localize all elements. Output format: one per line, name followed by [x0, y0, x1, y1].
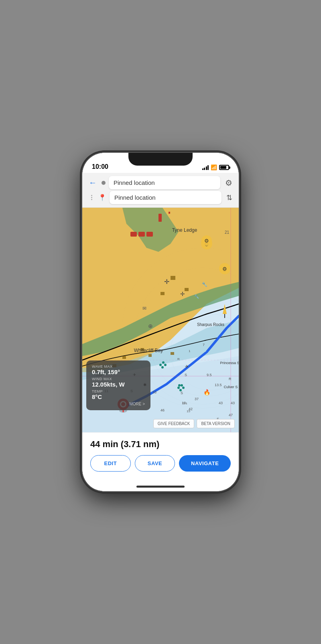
wave-label: WAVE MAX	[92, 365, 145, 369]
map-area[interactable]: ✛ ✛ ✉ ✈ ⊕	[82, 208, 239, 432]
nav-row-top: ← Pinned location ⚙	[87, 176, 234, 189]
phone-screen: 10:00 📶 ← Pinned location	[82, 153, 239, 491]
origin-search-box[interactable]: Pinned location	[109, 176, 220, 189]
destination-label: Pinned location	[114, 194, 156, 201]
svg-text:✛: ✛	[180, 291, 185, 297]
svg-point-44	[177, 387, 180, 389]
svg-text:47: 47	[229, 413, 233, 417]
wind-label: WIND MAX	[92, 377, 145, 381]
svg-rect-27	[146, 232, 153, 237]
svg-text:1: 1	[189, 349, 191, 353]
temp-value: 8°C	[92, 393, 145, 400]
svg-text:🔧: 🔧	[202, 281, 207, 287]
home-bar	[136, 486, 185, 488]
svg-point-45	[181, 384, 183, 387]
swap-button[interactable]: ⇅	[225, 192, 234, 204]
svg-text:37: 37	[195, 397, 199, 401]
back-button[interactable]: ←	[87, 176, 98, 189]
svg-rect-23	[148, 354, 152, 357]
feedback-bar: GIVE FEEDBACK BETA VERSION	[153, 419, 235, 428]
status-icons: 📶	[202, 164, 230, 170]
svg-point-43	[182, 387, 185, 389]
weather-overlay: WAVE MAX 0.7ft, 159° WIND MAX 12.05kts, …	[86, 360, 150, 410]
svg-rect-18	[185, 288, 189, 291]
svg-text:⚙: ⚙	[222, 266, 227, 272]
signal-icon	[202, 165, 209, 170]
svg-text:Culver S: Culver S	[224, 385, 238, 389]
svg-text:🔥: 🔥	[203, 389, 211, 396]
svg-text:✛: ✛	[164, 278, 169, 285]
svg-rect-19	[160, 292, 165, 295]
route-info: 44 min (3.71 nm)	[90, 439, 231, 450]
svg-point-50	[162, 361, 165, 364]
svg-text:Sharpus Rocks: Sharpus Rocks	[197, 322, 224, 327]
settings-button[interactable]: ⚙	[223, 176, 234, 189]
svg-rect-38	[224, 314, 225, 318]
svg-text:Princessa Sh: Princessa Sh	[220, 361, 239, 365]
wind-value: 12.05kts, W	[92, 381, 145, 388]
svg-text:43: 43	[231, 401, 235, 405]
temp-label: TEMP	[92, 389, 145, 393]
svg-rect-29	[169, 212, 170, 214]
wave-value: 0.7ft, 159°	[92, 369, 145, 375]
svg-rect-17	[171, 276, 175, 280]
give-feedback-button[interactable]: GIVE FEEDBACK	[153, 419, 195, 428]
svg-rect-28	[158, 214, 162, 222]
svg-text:🔧: 🔧	[194, 294, 199, 299]
beta-version-badge: BETA VERSION	[197, 419, 235, 428]
svg-text:46: 46	[160, 408, 165, 412]
destination-pin-icon: 📍	[98, 194, 106, 201]
bottom-panel: 44 min (3.71 nm) EDIT SAVE NAVIGATE	[82, 432, 239, 480]
phone-frame: 10:00 📶 ← Pinned location	[82, 153, 239, 491]
notch	[128, 153, 193, 166]
nav-header: ← Pinned location ⚙ 📍 Pinned location ⇅	[82, 173, 239, 208]
svg-rect-21	[122, 356, 126, 359]
svg-text:S: S	[185, 373, 187, 377]
svg-text:13₁: 13₁	[182, 401, 187, 405]
svg-text:Whitecliff Bay: Whitecliff Bay	[134, 348, 163, 353]
origin-dot-icon	[102, 181, 106, 185]
more-button[interactable]: MORE >	[92, 402, 145, 406]
home-indicator	[82, 480, 239, 491]
svg-text:9.5: 9.5	[207, 373, 212, 377]
battery-icon	[219, 165, 229, 170]
svg-point-47	[161, 366, 164, 369]
svg-text:43: 43	[219, 401, 223, 405]
svg-text:21: 21	[225, 230, 230, 235]
save-button[interactable]: SAVE	[135, 455, 175, 472]
destination-search-box[interactable]: Pinned location	[110, 191, 221, 204]
svg-text:R: R	[229, 377, 232, 381]
dots-separator	[87, 195, 95, 200]
svg-text:S: S	[181, 391, 183, 395]
origin-label: Pinned location	[114, 179, 155, 186]
svg-rect-26	[138, 232, 145, 237]
status-time: 10:00	[92, 163, 108, 170]
svg-text:✈: ✈	[185, 364, 189, 369]
wifi-icon: 📶	[211, 164, 217, 170]
svg-text:15: 15	[187, 409, 190, 413]
svg-text:R: R	[177, 357, 180, 361]
svg-text:⚙: ⚙	[204, 238, 209, 244]
svg-text:Tyne Ledge: Tyne Ledge	[172, 227, 197, 233]
svg-text:7: 7	[203, 343, 205, 347]
svg-rect-25	[130, 232, 137, 237]
svg-point-48	[164, 364, 167, 366]
svg-rect-24	[171, 352, 174, 355]
svg-point-49	[159, 364, 162, 366]
action-buttons: EDIT SAVE NAVIGATE	[90, 455, 231, 472]
svg-point-46	[178, 384, 181, 387]
edit-button[interactable]: EDIT	[90, 455, 131, 472]
svg-text:33: 33	[152, 390, 156, 394]
nav-row-bottom: 📍 Pinned location ⇅	[87, 191, 234, 204]
svg-text:⊕: ⊕	[148, 323, 153, 329]
svg-text:✉: ✉	[142, 306, 146, 311]
svg-text:13.5: 13.5	[215, 383, 222, 387]
navigate-button[interactable]: NAVIGATE	[179, 455, 231, 472]
